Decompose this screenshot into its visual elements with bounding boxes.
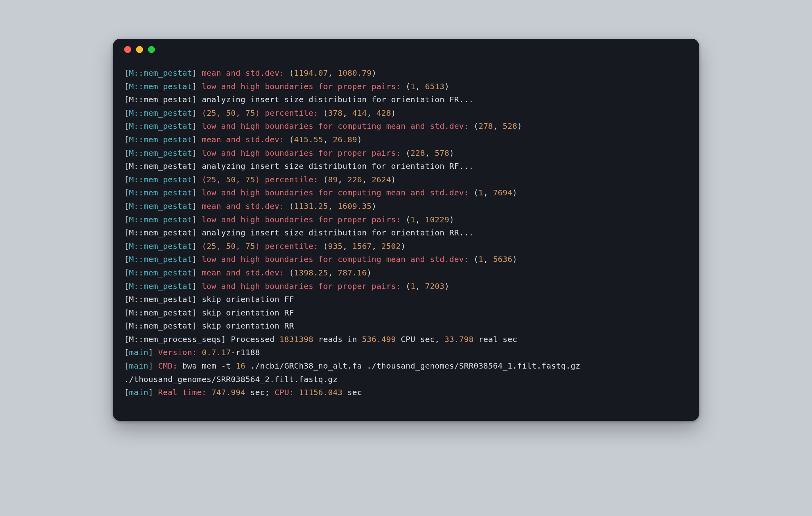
log-number: 2624 xyxy=(372,175,391,184)
log-message: analyzing insert size distribution for o… xyxy=(202,161,474,171)
log-number: 75 xyxy=(245,241,255,251)
log-tag: M::mem_pestat xyxy=(129,228,192,237)
log-key: Real time: xyxy=(158,388,207,397)
log-tag: M::mem_pestat xyxy=(129,121,192,131)
log-line: [main] Version: 0.7.17-r1188 xyxy=(124,346,688,359)
log-tag: M::mem_pestat xyxy=(129,95,192,104)
log-tag: M::mem_pestat xyxy=(129,308,192,317)
log-number: 578 xyxy=(435,148,449,158)
log-number: 7203 xyxy=(425,281,444,291)
log-number: 25 xyxy=(207,241,216,251)
log-tag: M::mem_pestat xyxy=(129,82,192,91)
log-message: analyzing insert size distribution for o… xyxy=(202,95,474,104)
log-message: low and high boundaries for computing me… xyxy=(202,188,469,197)
log-line: [M::mem_pestat] (25, 50, 75) percentile:… xyxy=(124,240,688,253)
log-message: percentile: xyxy=(265,175,318,184)
log-message: analyzing insert size distribution for o… xyxy=(202,228,474,237)
log-number: 50 xyxy=(226,175,236,184)
close-icon[interactable] xyxy=(124,46,131,53)
log-message: skip orientation FF xyxy=(202,294,294,304)
log-number: 935 xyxy=(328,241,343,251)
log-number: 5636 xyxy=(493,254,512,264)
log-number: 1398.25 xyxy=(294,268,328,277)
terminal-window: [M::mem_pestat] mean and std.dev: (1194.… xyxy=(113,39,699,421)
log-line: [M::mem_pestat] low and high boundaries … xyxy=(124,253,688,266)
log-message: mean and std.dev: xyxy=(202,268,284,277)
log-tag: M::mem_pestat xyxy=(129,188,192,197)
log-number: 25 xyxy=(207,108,216,118)
log-key: Version: xyxy=(158,348,197,357)
log-number: 787.16 xyxy=(338,268,367,277)
log-line: [M::mem_pestat] low and high boundaries … xyxy=(124,147,688,160)
log-number: 1080.79 xyxy=(338,68,372,78)
log-tag: M::mem_pestat xyxy=(129,254,192,264)
log-number: 6513 xyxy=(425,82,444,91)
log-tag: M::mem_process_seqs xyxy=(129,334,221,344)
log-number: 1 xyxy=(410,82,415,91)
log-number: 50 xyxy=(226,108,236,118)
log-message: percentile: xyxy=(265,108,318,118)
log-number: 1131.25 xyxy=(294,201,328,211)
log-tag: M::mem_pestat xyxy=(129,294,192,304)
log-number: 11156.043 xyxy=(299,388,343,397)
log-tag: main xyxy=(129,348,148,357)
log-line: [M::mem_pestat] low and high boundaries … xyxy=(124,120,688,133)
log-number: 747.994 xyxy=(211,388,245,397)
log-line: [M::mem_pestat] mean and std.dev: (415.5… xyxy=(124,133,688,147)
log-number: 1831398 xyxy=(280,334,314,344)
log-line: [M::mem_pestat] skip orientation FF xyxy=(124,293,688,306)
log-message: mean and std.dev: xyxy=(202,135,284,144)
log-line: [M::mem_pestat] analyzing insert size di… xyxy=(124,160,688,173)
log-message: low and high boundaries for computing me… xyxy=(202,121,469,131)
log-number: 89 xyxy=(328,175,337,184)
minimize-icon[interactable] xyxy=(136,46,143,53)
log-number: 528 xyxy=(503,121,517,131)
log-tag: M::mem_pestat xyxy=(129,321,192,331)
log-tag: M::mem_pestat xyxy=(129,148,192,158)
log-number: 1609.35 xyxy=(338,201,372,211)
log-tag: main xyxy=(129,388,148,397)
log-number: 378 xyxy=(328,108,343,118)
log-line: [M::mem_pestat] low and high boundaries … xyxy=(124,280,688,293)
log-number: 26.89 xyxy=(333,135,357,144)
log-number: 414 xyxy=(352,108,367,118)
log-number: 1 xyxy=(479,188,483,197)
zoom-icon[interactable] xyxy=(148,46,155,53)
log-message: mean and std.dev: xyxy=(202,68,284,78)
log-number: 33.798 xyxy=(444,334,473,344)
log-message: low and high boundaries for proper pairs… xyxy=(202,281,401,291)
log-number: 1 xyxy=(479,254,483,264)
log-message: low and high boundaries for computing me… xyxy=(202,254,469,264)
log-line: [M::mem_pestat] skip orientation RR xyxy=(124,319,688,333)
log-key: CMD: xyxy=(158,361,178,371)
log-number: 50 xyxy=(226,241,236,251)
log-message: skip orientation RF xyxy=(202,308,294,317)
log-line: [main] CMD: bwa mem -t 16 ./ncbi/GRCh38_… xyxy=(124,359,688,386)
log-message: percentile: xyxy=(265,241,318,251)
log-number: 16 xyxy=(236,361,245,371)
log-key: CPU: xyxy=(275,388,294,397)
log-line: [M::mem_pestat] mean and std.dev: (1194.… xyxy=(124,67,688,80)
log-message: low and high boundaries for proper pairs… xyxy=(202,148,401,158)
log-tag: M::mem_pestat xyxy=(129,215,192,224)
log-line: [M::mem_pestat] analyzing insert size di… xyxy=(124,226,688,240)
log-line: [M::mem_pestat] skip orientation RF xyxy=(124,306,688,320)
log-tag: M::mem_pestat xyxy=(129,201,192,211)
log-number: 428 xyxy=(377,108,391,118)
log-message: low and high boundaries for proper pairs… xyxy=(202,215,401,224)
log-number: 0.7.17 xyxy=(202,348,231,357)
log-message: skip orientation RR xyxy=(202,321,294,331)
log-number: 228 xyxy=(410,148,425,158)
terminal-output: [M::mem_pestat] mean and std.dev: (1194.… xyxy=(113,60,699,421)
log-message: mean and std.dev: xyxy=(202,201,284,211)
log-number: 1 xyxy=(410,281,415,291)
log-number: 1567 xyxy=(352,241,372,251)
log-tag: M::mem_pestat xyxy=(129,241,192,251)
log-line: [main] Real time: 747.994 sec; CPU: 1115… xyxy=(124,386,688,399)
log-number: 1194.07 xyxy=(294,68,328,78)
log-tag: M::mem_pestat xyxy=(129,281,192,291)
log-number: 75 xyxy=(245,108,255,118)
log-number: 75 xyxy=(245,175,255,184)
log-number: 278 xyxy=(479,121,493,131)
log-line: [M::mem_pestat] (25, 50, 75) percentile:… xyxy=(124,107,688,120)
